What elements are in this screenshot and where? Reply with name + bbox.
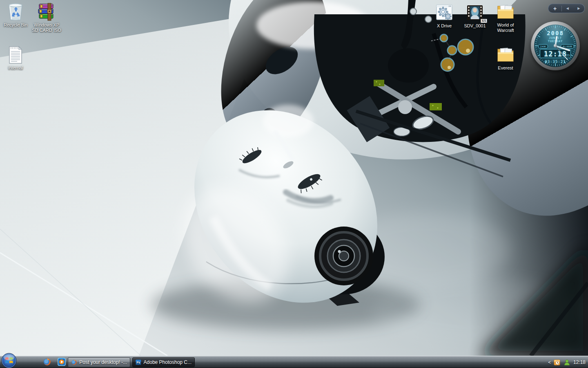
media-player-classic-badge: 321 — [481, 19, 487, 23]
clock-center-hub — [554, 44, 557, 47]
winrar-archive-icon — [37, 2, 56, 22]
desktop-icon-label: World of Warcraft — [490, 22, 521, 33]
messenger-buddy-icon[interactable] — [564, 359, 570, 366]
tray-expand-chevron[interactable]: < — [548, 360, 551, 365]
clock-mode-badge: 24H — [538, 44, 548, 49]
taskbar-button-label: Adobe Photoshop C... — [144, 359, 192, 365]
gadget-sidebar-controls: + ◀ ▶ — [548, 4, 585, 13]
taskbar-button-firefox-window[interactable]: Post your desktop! -... — [68, 357, 130, 367]
desktop-icon-label: X Drive — [429, 23, 460, 29]
desktop-icon-recycle-bin[interactable]: Recycle Bin — [0, 2, 31, 28]
desktop-icon-winrar-iso[interactable]: Windows XP SD CARD ISO — [31, 2, 62, 33]
windows-start-orb-icon — [1, 353, 17, 368]
taskbar: Post your desktop! -... Ps Adobe Photosh… — [0, 356, 588, 368]
desktop-icon-world-of-warcraft[interactable]: World of Warcraft — [490, 2, 521, 33]
photoshop-icon: Ps — [136, 359, 141, 366]
gadget-prev-button[interactable]: ◀ — [562, 7, 573, 10]
svg-text:Ps: Ps — [136, 361, 140, 364]
clock-face: 2008 JUN 17 TUESDAY 24H ALARM 12:18 23 0… — [534, 25, 577, 67]
clock-digital-panel: 12:18 23 — [540, 49, 571, 58]
windows-media-player-icon — [58, 358, 66, 366]
quicklaunch-windows-media-player[interactable] — [57, 357, 66, 366]
recycle-bin-icon — [6, 2, 25, 22]
text-document-icon — [6, 45, 25, 65]
clock-alarm-time: 03:35:21 — [534, 60, 577, 64]
system-tray: < 12:18 — [548, 356, 586, 368]
taskbar-button-label: Post your desktop! -... — [79, 359, 127, 365]
desktop-icon-x-drive[interactable]: X Drive — [429, 3, 460, 29]
clock-year: 2008 — [534, 30, 577, 36]
reminder-clock-icon[interactable] — [554, 359, 561, 366]
desktop-icon-sdv-0001[interactable]: 321 SDV_0001 — [459, 3, 490, 29]
desktop-icon-internal[interactable]: internal — [0, 45, 31, 71]
desktop-icon-label: Recycle Bin — [0, 22, 31, 28]
firefox-icon — [71, 359, 77, 366]
clock-gadget[interactable]: 2008 JUN 17 TUESDAY 24H ALARM 12:18 23 0… — [531, 21, 580, 70]
quicklaunch-firefox[interactable] — [42, 357, 51, 366]
desktop-icon-label: Everest — [490, 65, 521, 71]
taskbar-button-photoshop-window[interactable]: Ps Adobe Photoshop C... — [132, 357, 195, 367]
desktop-icon-everest[interactable]: Everest — [490, 45, 521, 71]
app-gears-icon — [434, 3, 454, 22]
add-gadget-button[interactable]: + — [548, 4, 561, 13]
gadget-next-button[interactable]: ▶ — [573, 7, 585, 10]
clock-digital-seconds: 23 — [566, 54, 570, 57]
desktop-screen: Recycle Bin Windows XP SD CARD ISO — [0, 0, 588, 368]
folder-icon — [496, 2, 515, 22]
desktop-icon-label: internal — [0, 65, 31, 71]
tray-clock[interactable]: 12:18 — [573, 359, 586, 365]
desktop-icon-label: Windows XP SD CARD ISO — [31, 22, 62, 33]
folder-icon — [496, 45, 515, 65]
start-button[interactable] — [1, 353, 17, 368]
firefox-icon — [43, 358, 51, 366]
desktop-icon-label: SDV_0001 — [459, 23, 490, 29]
